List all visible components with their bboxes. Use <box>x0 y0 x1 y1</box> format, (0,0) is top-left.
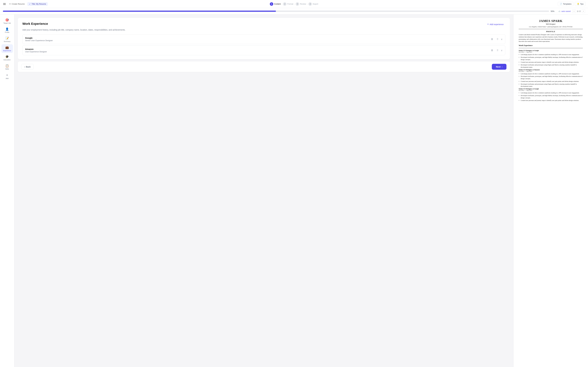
topbar-right: 📄 Templates 💡 Tips <box>558 2 586 6</box>
step-review[interactable]: 3 Review <box>296 2 306 6</box>
add-experience-label: Add experience <box>490 23 504 25</box>
resume-bullets-1: Led design projects for the e-commerce p… <box>519 53 583 68</box>
resume-title-badge[interactable]: ✓ Title: My Resume <box>27 2 48 6</box>
resume-bullet-1-2: Developed wireframes, prototypes, and hi… <box>521 56 583 61</box>
progress-label: 50% <box>551 10 556 12</box>
step-4-num: 4 <box>309 2 312 6</box>
add-icon: + <box>6 73 8 77</box>
page-nav: ‹ 1 / 2 › <box>572 9 585 13</box>
exp-actions-google: 🗑 ⠿ ∨ <box>490 37 502 41</box>
step-3-label: Review <box>300 3 306 5</box>
sidebar-item-add[interactable]: + Add <box>1 72 13 81</box>
section-description: Add your employment history, including j… <box>22 28 505 31</box>
sidebar: 🎯 Target Job 👤 Profile 📝 Summary 💼 Exper… <box>0 15 14 367</box>
topbar-left: ✕ Create Resume ✓ Title: My Resume <box>2 2 48 6</box>
resume-job-title-2: Senior UX Designer at Amazon <box>519 69 583 71</box>
drag-google-button[interactable]: ⠿ <box>495 37 500 41</box>
resume-divider-top <box>519 29 583 29</box>
sidebar-item-label-profile: Profile <box>5 31 9 33</box>
step-arrow-1: › <box>282 3 282 5</box>
sidebar-item-label-summary: Summary <box>4 41 10 42</box>
sidebar-item-education[interactable]: 🎓 Education <box>1 53 13 62</box>
exp-info-amazon: Amazon User Experience Designer <box>25 48 490 53</box>
section-header: Work Experience + Add experience <box>22 22 505 27</box>
back-arrow-icon: ‹ <box>24 66 25 68</box>
step-3-num: 3 <box>296 2 299 6</box>
resume-bullet-1-3: Created user personas and journey maps t… <box>521 61 583 63</box>
step-content[interactable]: 1 Content <box>270 2 281 6</box>
resume-bullet-3-3: Created user personas and journey maps t… <box>521 99 583 102</box>
sidebar-item-label-experience: Experience <box>3 50 11 51</box>
exp-title-google: Senior User Experience Designer <box>25 39 490 42</box>
resume-bullet-3-1: Led design projects for the e-commerce p… <box>521 92 583 94</box>
exp-company-amazon: Amazon <box>25 48 490 50</box>
next-arrow-icon: › <box>502 66 502 68</box>
experience-item-google[interactable]: Google Senior User Experience Designer 🗑… <box>22 34 505 44</box>
next-button[interactable]: Next › <box>492 64 506 70</box>
education-icon: 🎓 <box>5 55 9 58</box>
resume-bullet-2-3: Created user personas and journey maps t… <box>521 80 583 83</box>
chevron-down-google[interactable]: ∨ <box>501 38 502 41</box>
step-1-num: 1 <box>270 2 273 6</box>
chevron-down-amazon[interactable]: ∨ <box>501 49 502 52</box>
exp-company-google: Google <box>25 37 490 39</box>
autosaved-indicator: ☁️ auto saved <box>558 10 571 12</box>
progress-fill <box>3 11 276 12</box>
sidebar-item-label-add: Add <box>6 78 9 79</box>
back-button[interactable]: ‹ Back <box>21 64 34 69</box>
topbar: ✕ Create Resume ✓ Title: My Resume 1 Con… <box>0 0 588 8</box>
template-icon: 📄 <box>560 3 562 5</box>
experience-icon: 💼 <box>5 46 9 49</box>
resume-bullet-3-2: Developed wireframes, prototypes, and hi… <box>521 94 583 99</box>
sidebar-item-profile[interactable]: 👤 Profile <box>1 26 13 34</box>
exp-title-amazon: User Experience Designer <box>25 50 490 53</box>
close-icon: ✕ <box>9 3 11 5</box>
resume-job-3: Senior UX Designer at Google Oct 2012 — … <box>519 88 583 102</box>
tips-label: Tips <box>580 3 584 5</box>
resume-job-2: Senior UX Designer at Amazon Oct 2012 — … <box>519 69 583 88</box>
step-2-num: 2 <box>283 2 286 6</box>
step-4-label: Export <box>313 3 318 5</box>
resume-dates-3: Oct 2012 — Sep 2015 <box>519 90 583 91</box>
page-info: 1 / 2 <box>577 10 580 12</box>
navigation-buttons: ‹ Back Next › <box>18 61 510 72</box>
progress-bar-container: 50% ☁️ auto saved ‹ 1 / 2 › <box>0 8 588 15</box>
exp-actions-amazon: 🗑 ⠿ ∨ <box>490 48 502 52</box>
sidebar-item-skills[interactable]: 📋 Skills <box>1 63 13 71</box>
page-prev-button[interactable]: ‹ <box>572 9 576 13</box>
drag-amazon-button[interactable]: ⠿ <box>495 48 500 52</box>
progress-track <box>3 11 549 12</box>
main-layout: 🎯 Target Job 👤 Profile 📝 Summary 💼 Exper… <box>0 15 588 367</box>
cloud-icon: ☁️ <box>558 10 561 12</box>
sidebar-item-target-job[interactable]: 🎯 Target Job <box>1 17 13 25</box>
delete-google-button[interactable]: 🗑 <box>490 37 494 41</box>
experience-item-amazon[interactable]: Amazon User Experience Designer 🗑 ⠿ ∨ <box>22 45 505 55</box>
profile-icon: 👤 <box>5 27 9 31</box>
check-icon: ✓ <box>29 3 31 5</box>
step-export[interactable]: 4 Export <box>309 2 318 6</box>
resume-bullets-2: Led design projects for the e-commerce p… <box>519 73 583 88</box>
delete-amazon-button[interactable]: 🗑 <box>490 48 494 52</box>
add-plus-icon: + <box>487 23 489 26</box>
menu-icon[interactable] <box>2 2 7 6</box>
close-resume-button[interactable]: ✕ Create Resume <box>8 2 26 6</box>
step-1-label: Content <box>274 3 281 5</box>
resume-bullet-2-2: Developed wireframes, prototypes, and hi… <box>521 75 583 80</box>
sidebar-item-experience[interactable]: 💼 Experience <box>1 44 13 53</box>
step-2-label: Format <box>287 3 293 5</box>
tips-button[interactable]: 💡 Tips <box>575 2 586 6</box>
resume-bullet-2-1: Led design projects for the e-commerce p… <box>521 73 583 75</box>
sidebar-item-summary[interactable]: 📝 Summary <box>1 35 13 44</box>
resume-title-label: Title: My Resume <box>32 3 46 5</box>
work-experience-card: Work Experience + Add experience Add you… <box>18 18 510 59</box>
autosaved-label: auto saved <box>562 10 571 12</box>
add-experience-button[interactable]: + Add experience <box>485 22 505 27</box>
content-area: Work Experience + Add experience Add you… <box>14 15 513 367</box>
page-next-button[interactable]: › <box>582 9 585 13</box>
resume-profile-title: PROFILE <box>519 31 583 33</box>
resume-bullet-1-1: Led design projects for the e-commerce p… <box>521 53 583 56</box>
step-arrow-3: › <box>307 3 308 5</box>
sidebar-item-label-target-job: Target Job <box>3 22 11 24</box>
step-format[interactable]: 2 Format <box>283 2 293 6</box>
templates-button[interactable]: 📄 Templates <box>558 2 574 6</box>
